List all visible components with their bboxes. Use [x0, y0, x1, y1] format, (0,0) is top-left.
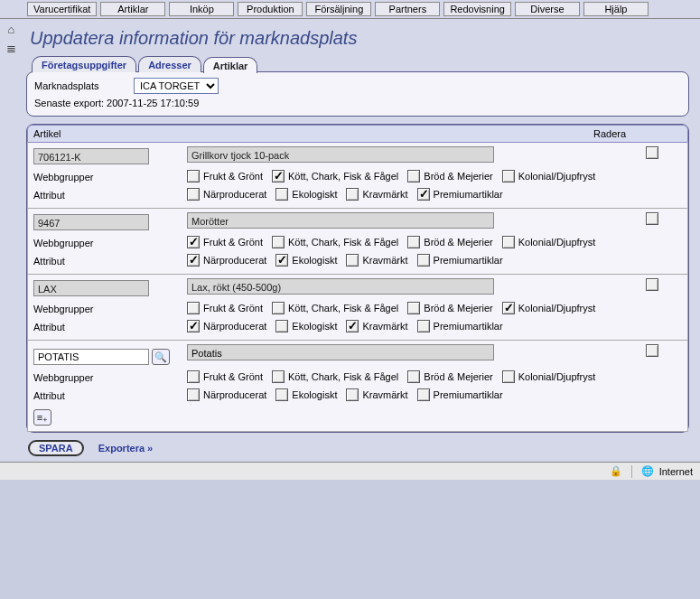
list-icon[interactable]: ≣: [6, 42, 16, 55]
lbl-brod-mejerier: Bröd & Mejerier: [424, 303, 492, 314]
add-row-button[interactable]: ≡₊: [33, 409, 51, 426]
chk-kravmarkt[interactable]: [346, 188, 359, 201]
lbl-brod-mejerier: Bröd & Mejerier: [424, 171, 492, 182]
home-icon[interactable]: ⌂: [8, 23, 15, 36]
webbgrupper-label: Webbgrupper: [33, 302, 187, 314]
chk-premiumartiklar[interactable]: [417, 254, 430, 267]
article-row: 706121-K Grillkorv tjock 10-pack Webbgru…: [27, 143, 688, 209]
chk-premiumartiklar[interactable]: [417, 188, 430, 201]
lbl-kravmarkt: Kravmärkt: [362, 255, 407, 266]
tab-artiklar[interactable]: Artiklar: [203, 57, 258, 73]
chk-premiumartiklar[interactable]: [417, 320, 430, 332]
lbl-ekologiskt: Ekologiskt: [292, 389, 337, 400]
chk-kolonial[interactable]: [502, 302, 515, 314]
webbgrupper-label: Webbgrupper: [33, 370, 187, 383]
lbl-ekologiskt: Ekologiskt: [292, 255, 337, 266]
chk-narproducerat[interactable]: [187, 254, 200, 267]
lbl-narproducerat: Närproducerat: [203, 189, 266, 200]
chk-narproducerat[interactable]: [187, 188, 200, 201]
article-row-new: 🔍 Potatis Webbgrupper Frukt & Grönt Kött…: [27, 341, 688, 432]
menu-partners[interactable]: Partners: [375, 2, 440, 16]
attribut-label: Attribut: [33, 254, 187, 267]
chk-kravmarkt[interactable]: [346, 254, 359, 267]
attribut-label: Attribut: [33, 188, 187, 201]
article-code: 706121-K: [33, 148, 149, 164]
chk-narproducerat[interactable]: [187, 388, 200, 401]
lbl-kravmarkt: Kravmärkt: [362, 189, 407, 200]
article-desc: Potatis: [187, 344, 494, 360]
menu-redovisning[interactable]: Redovisning: [443, 2, 511, 16]
chk-kott-chark[interactable]: [272, 370, 285, 383]
delete-checkbox[interactable]: [646, 212, 658, 225]
chk-kravmarkt[interactable]: [346, 320, 359, 332]
chk-kolonial[interactable]: [502, 370, 515, 383]
lbl-frukt-gront: Frukt & Grönt: [203, 171, 263, 182]
main-menu: Varucertifikat Artiklar Inköp Produktion…: [0, 0, 700, 19]
webbgrupper-label: Webbgrupper: [33, 236, 187, 248]
chk-ekologiskt[interactable]: [275, 188, 288, 201]
delete-checkbox[interactable]: [646, 146, 658, 159]
menu-diverse[interactable]: Diverse: [515, 2, 580, 16]
lookup-button[interactable]: 🔍: [152, 349, 170, 365]
lbl-kravmarkt: Kravmärkt: [362, 389, 407, 400]
menu-produktion[interactable]: Produktion: [238, 2, 303, 16]
status-zone: Internet: [659, 466, 693, 477]
menu-artiklar[interactable]: Artiklar: [100, 2, 165, 16]
article-desc: Morötter: [187, 212, 494, 229]
lbl-kott-chark: Kött, Chark, Fisk & Fågel: [288, 371, 398, 382]
menu-forsaljning[interactable]: Försäljning: [306, 2, 371, 16]
footer-actions: SPARA Exportera »: [26, 440, 689, 456]
chk-ekologiskt[interactable]: [275, 320, 288, 332]
chk-brod-mejerier[interactable]: [407, 236, 420, 248]
menu-inkop[interactable]: Inköp: [169, 2, 234, 16]
globe-icon: 🌐: [641, 465, 654, 477]
lbl-premiumartiklar: Premiumartiklar: [434, 389, 503, 400]
chk-frukt-gront[interactable]: [187, 170, 200, 183]
lbl-brod-mejerier: Bröd & Mejerier: [424, 237, 492, 248]
attribut-label: Attribut: [33, 388, 187, 401]
chk-kolonial[interactable]: [502, 236, 515, 248]
chk-kolonial[interactable]: [502, 170, 515, 183]
lbl-kott-chark: Kött, Chark, Fisk & Fågel: [288, 237, 398, 248]
marketplace-label: Marknadsplats: [34, 80, 116, 91]
chk-kravmarkt[interactable]: [346, 388, 359, 401]
add-icon: ≡₊: [37, 412, 48, 424]
chk-frukt-gront[interactable]: [187, 302, 200, 314]
article-row: LAX Lax, rökt (450-500g) Webbgrupper Fru…: [27, 275, 688, 341]
article-code-input[interactable]: [33, 349, 149, 365]
article-code: LAX: [33, 280, 149, 296]
delete-checkbox[interactable]: [646, 278, 658, 291]
chk-frukt-gront[interactable]: [187, 236, 200, 248]
chk-ekologiskt[interactable]: [275, 388, 288, 401]
chk-brod-mejerier[interactable]: [407, 302, 420, 314]
chk-premiumartiklar[interactable]: [417, 388, 430, 401]
export-link[interactable]: Exportera »: [98, 443, 154, 454]
lbl-kolonial: Kolonial/Djupfryst: [518, 171, 596, 182]
chk-brod-mejerier[interactable]: [407, 370, 420, 383]
marketplace-panel: Marknadsplats ICA TORGET Senaste export:…: [26, 71, 689, 117]
menu-varucertifikat[interactable]: Varucertifikat: [27, 2, 97, 16]
tab-adresser[interactable]: Adresser: [138, 56, 201, 72]
status-bar: 🔒 🌐 Internet: [0, 462, 700, 480]
chk-kott-chark[interactable]: [272, 236, 285, 248]
chk-kott-chark[interactable]: [272, 170, 285, 183]
tab-bar: Företagsuppgifter Adresser Artiklar: [32, 56, 689, 72]
lbl-kolonial: Kolonial/Djupfryst: [518, 371, 596, 382]
col-radera: Radera: [593, 128, 682, 139]
webbgrupper-label: Webbgrupper: [33, 170, 187, 183]
chk-frukt-gront[interactable]: [187, 370, 200, 383]
chk-narproducerat[interactable]: [187, 320, 200, 332]
menu-hjalp[interactable]: Hjälp: [583, 2, 649, 16]
lbl-narproducerat: Närproducerat: [203, 321, 266, 332]
lbl-kolonial: Kolonial/Djupfryst: [518, 237, 596, 248]
attribut-label: Attribut: [33, 320, 187, 332]
delete-checkbox[interactable]: [646, 344, 658, 357]
tab-foretagsuppgifter[interactable]: Företagsuppgifter: [32, 56, 136, 72]
chk-ekologiskt[interactable]: [275, 254, 288, 267]
lbl-kott-chark: Kött, Chark, Fisk & Fågel: [288, 303, 398, 314]
chk-kott-chark[interactable]: [272, 302, 285, 314]
left-rail: ⌂ ≣: [0, 19, 23, 462]
chk-brod-mejerier[interactable]: [407, 170, 420, 183]
marketplace-select[interactable]: ICA TORGET: [134, 78, 219, 94]
save-button[interactable]: SPARA: [28, 440, 84, 456]
